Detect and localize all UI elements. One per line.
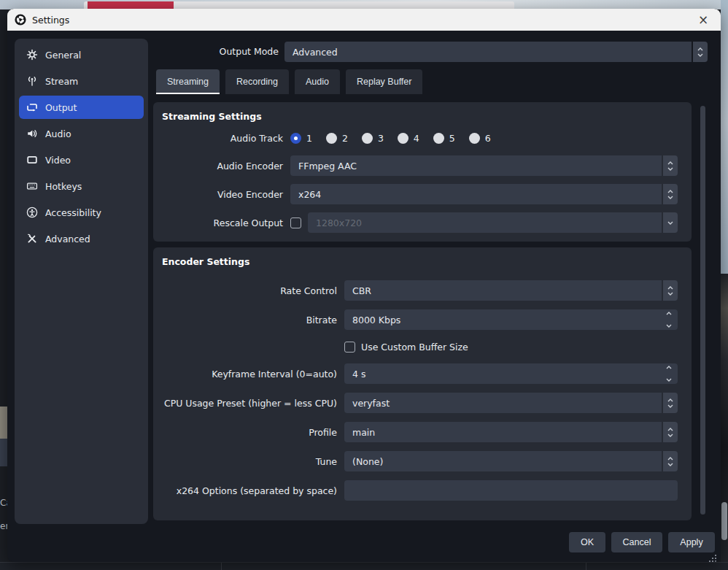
radio-label: 4	[414, 133, 419, 144]
sidebar-item-hotkeys[interactable]: Hotkeys	[19, 174, 144, 198]
sidebar-item-stream[interactable]: Stream	[19, 69, 144, 93]
video-encoder-select[interactable]: x264	[290, 184, 678, 204]
chevron-down-icon[interactable]	[663, 212, 678, 233]
x264-options-label: x264 Options (separated by space)	[162, 485, 337, 496]
audio-track-label: Audio Track	[162, 133, 283, 144]
cancel-button[interactable]: Cancel	[611, 532, 662, 552]
profile-value: main	[344, 422, 662, 442]
apply-button[interactable]: Apply	[668, 532, 715, 552]
sidebar-item-label: Advanced	[45, 234, 90, 244]
chevron-up-down-icon[interactable]	[693, 42, 708, 62]
speaker-icon	[26, 128, 38, 139]
keyframe-interval-spinbox[interactable]: 4 s	[344, 363, 678, 384]
radio-label: 1	[306, 133, 312, 144]
x264-options-input[interactable]	[344, 480, 678, 501]
background-dock-strip	[0, 562, 728, 570]
rate-control-label: Rate Control	[162, 285, 337, 296]
sidebar-item-label: Output	[45, 102, 77, 113]
accessibility-icon	[26, 207, 38, 218]
monitor-icon	[26, 154, 38, 166]
sidebar-item-audio[interactable]: Audio	[19, 122, 144, 145]
radio-track-5[interactable]	[433, 133, 444, 144]
antenna-icon	[26, 75, 38, 87]
gear-icon	[26, 49, 38, 61]
audio-encoder-value: FFmpeg AAC	[290, 155, 662, 176]
tab-audio[interactable]: Audio	[295, 69, 340, 94]
radio-label: 2	[342, 133, 348, 144]
rescale-output-checkbox[interactable]	[290, 217, 301, 228]
sidebar-item-accessibility[interactable]: Accessibility	[19, 201, 144, 224]
settings-dialog: Settings × General	[7, 9, 721, 562]
rate-control-value: CBR	[344, 280, 662, 301]
tab-replay-buffer[interactable]: Replay Buffer	[346, 69, 423, 94]
radio-track-3[interactable]	[362, 133, 373, 144]
background-left-patch	[0, 439, 7, 466]
keyframe-interval-label: Keyframe Interval (0=auto)	[162, 369, 337, 380]
tab-streaming[interactable]: Streaming	[156, 69, 220, 94]
radio-track-6[interactable]	[469, 133, 480, 144]
video-encoder-value: x264	[290, 184, 662, 204]
dock-separator	[586, 563, 586, 570]
rate-control-select[interactable]: CBR	[344, 280, 678, 301]
custom-buffer-checkbox[interactable]	[344, 342, 355, 353]
radio-label: 6	[485, 133, 491, 144]
profile-select[interactable]: main	[344, 422, 678, 442]
rescale-resolution-combo[interactable]: 1280x720	[308, 212, 678, 233]
resize-grip[interactable]	[709, 552, 717, 560]
output-mode-select[interactable]: Advanced	[284, 42, 708, 62]
keyframe-interval-value: 4 s	[352, 369, 365, 380]
spinner-arrows-icon[interactable]	[666, 312, 672, 328]
obs-logo-icon	[15, 14, 26, 26]
sidebar-item-label: Hotkeys	[45, 181, 82, 192]
sidebar-item-label: Stream	[45, 76, 78, 87]
chevron-up-down-icon[interactable]	[663, 184, 678, 204]
bitrate-spinbox[interactable]: 8000 Kbps	[344, 309, 678, 330]
chevron-up-down-icon[interactable]	[663, 155, 678, 176]
tune-label: Tune	[162, 456, 337, 467]
background-left-patch	[0, 407, 7, 439]
keyboard-icon	[26, 180, 38, 192]
radio-label: 5	[449, 133, 455, 144]
video-encoder-label: Video Encoder	[162, 189, 283, 200]
audio-encoder-select[interactable]: FFmpeg AAC	[290, 155, 678, 176]
ok-button[interactable]: OK	[569, 532, 605, 552]
sidebar-item-label: Accessibility	[45, 207, 101, 218]
sidebar-item-general[interactable]: General	[19, 43, 144, 66]
close-icon[interactable]: ×	[690, 9, 716, 31]
tab-recording[interactable]: Recording	[225, 69, 289, 94]
output-mode-value: Advanced	[284, 42, 692, 62]
sidebar-item-video[interactable]: Video	[19, 148, 144, 172]
bitrate-value: 8000 Kbps	[352, 315, 400, 326]
custom-buffer-label: Use Custom Buffer Size	[361, 342, 468, 353]
dock-separator	[221, 563, 222, 570]
screen: Ca er Settings ×	[0, 0, 728, 570]
chevron-up-down-icon[interactable]	[663, 451, 678, 471]
titlebar[interactable]: Settings ×	[7, 9, 721, 31]
radio-track-2[interactable]	[326, 133, 337, 144]
radio-track-1[interactable]	[290, 133, 301, 144]
rescale-output-label: Rescale Output	[162, 217, 283, 228]
rescale-resolution-value: 1280x720	[308, 212, 662, 233]
chevron-up-down-icon[interactable]	[663, 280, 678, 301]
section-title: Encoder Settings	[162, 256, 683, 267]
encoder-settings-card: Encoder Settings Rate Control CBR Bitrat…	[153, 247, 692, 520]
spinner-arrows-icon[interactable]	[666, 366, 672, 382]
chevron-up-down-icon[interactable]	[663, 422, 678, 442]
audio-encoder-label: Audio Encoder	[162, 161, 283, 172]
cpu-preset-select[interactable]: veryfast	[344, 393, 678, 413]
sidebar-item-output[interactable]: Output	[19, 96, 144, 119]
sidebar-item-label: Audio	[45, 128, 71, 139]
bitrate-label: Bitrate	[162, 315, 337, 326]
background-scrollbar-thumb	[721, 502, 727, 540]
sidebar-item-label: General	[45, 50, 81, 61]
chevron-up-down-icon[interactable]	[663, 393, 678, 413]
window-title: Settings	[32, 15, 69, 26]
radio-track-4[interactable]	[398, 133, 408, 144]
section-title: Streaming Settings	[162, 111, 683, 122]
scrollbar-thumb[interactable]	[700, 106, 705, 515]
sidebar-item-advanced[interactable]: Advanced	[19, 227, 144, 250]
tune-select[interactable]: (None)	[344, 451, 678, 471]
radio-label: 3	[378, 133, 384, 144]
streaming-settings-card: Streaming Settings Audio Track 1 2 3 4 5…	[153, 102, 692, 242]
output-icon	[26, 101, 38, 113]
